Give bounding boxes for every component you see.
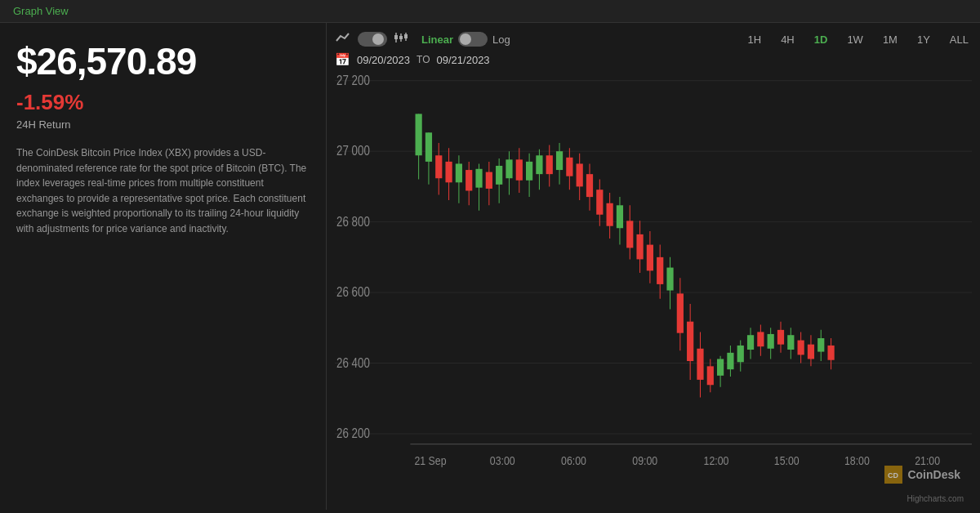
return-label: 24H Return [16, 118, 310, 131]
time-controls: 1H 4H 1D 1W 1M 1Y ALL [745, 32, 972, 47]
line-chart-icon[interactable] [335, 31, 353, 47]
svg-rect-53 [586, 174, 593, 197]
svg-rect-47 [556, 151, 563, 170]
svg-rect-33 [486, 172, 492, 189]
svg-text:18:00: 18:00 [844, 453, 870, 468]
coindesk-logo-text: CoinDesk [907, 468, 960, 481]
candlestick-chart-icon[interactable] [392, 31, 410, 47]
svg-rect-101 [827, 346, 834, 360]
index-description: The CoinDesk Bitcoin Price Index (XBX) p… [16, 145, 310, 237]
svg-rect-19 [416, 114, 422, 155]
svg-text:09:00: 09:00 [632, 453, 657, 468]
svg-rect-71 [677, 293, 684, 332]
svg-rect-75 [697, 349, 703, 380]
scale-toggle-container: Linear Log [421, 32, 510, 47]
chart-type-toggle[interactable] [358, 32, 387, 47]
time-btn-1h[interactable]: 1H [745, 32, 765, 47]
bitcoin-price: $26,570.89 [16, 39, 310, 83]
svg-rect-65 [647, 245, 653, 271]
calendar-icon[interactable]: 📅 [335, 52, 350, 67]
candlestick-chart-svg: 27 200 27 000 26 800 26 600 26 400 26 20… [335, 70, 972, 506]
svg-rect-37 [506, 159, 512, 178]
log-label: Log [492, 33, 510, 46]
left-panel: $26,570.89 -1.59% 24H Return The CoinDes… [0, 23, 327, 510]
svg-rect-95 [798, 341, 804, 355]
date-from: 09/20/2023 [357, 54, 410, 66]
svg-rect-31 [475, 169, 482, 188]
svg-rect-77 [707, 366, 714, 385]
svg-rect-85 [747, 335, 754, 350]
svg-text:15:00: 15:00 [774, 453, 800, 468]
left-controls: Linear Log [335, 31, 510, 47]
svg-rect-93 [787, 335, 794, 350]
svg-text:CD: CD [888, 471, 898, 480]
top-bar: Graph View [0, 0, 980, 23]
chart-area: 27 200 27 000 26 800 26 600 26 400 26 20… [335, 70, 972, 506]
svg-rect-49 [566, 158, 572, 176]
time-btn-4h[interactable]: 4H [777, 32, 798, 47]
scale-toggle[interactable] [458, 32, 488, 47]
svg-rect-55 [596, 190, 603, 215]
svg-rect-35 [496, 166, 502, 185]
svg-rect-97 [808, 345, 814, 359]
svg-rect-69 [666, 268, 673, 291]
svg-rect-99 [817, 338, 824, 352]
svg-text:21 Sep: 21 Sep [415, 453, 447, 468]
svg-rect-27 [456, 163, 462, 182]
right-panel: Linear Log 1H 4H 1D 1W 1M 1Y ALL 📅 [327, 23, 980, 510]
svg-rect-51 [577, 163, 583, 186]
svg-text:03:00: 03:00 [490, 453, 515, 468]
coindesk-logo-icon: CD [884, 466, 902, 484]
svg-rect-57 [607, 203, 613, 226]
svg-text:27 200: 27 200 [336, 72, 370, 87]
svg-text:26 400: 26 400 [336, 355, 370, 370]
date-range: 📅 09/20/2023 TO 09/21/2023 [335, 52, 972, 67]
main-container: $26,570.89 -1.59% 24H Return The CoinDes… [0, 23, 980, 510]
time-btn-1d[interactable]: 1D [811, 32, 831, 47]
time-btn-all[interactable]: ALL [947, 32, 972, 47]
svg-rect-39 [516, 159, 523, 180]
svg-rect-41 [526, 162, 532, 181]
svg-text:26 200: 26 200 [336, 426, 370, 441]
svg-text:27 000: 27 000 [336, 143, 370, 158]
chart-type-icons [335, 31, 410, 47]
svg-rect-29 [466, 170, 472, 190]
svg-text:26 800: 26 800 [336, 213, 370, 229]
graph-view-label: Graph View [13, 5, 69, 17]
svg-text:26 600: 26 600 [336, 284, 370, 300]
svg-rect-5 [404, 34, 408, 38]
svg-rect-63 [636, 234, 643, 260]
svg-rect-59 [617, 205, 623, 228]
svg-rect-83 [737, 346, 744, 362]
svg-rect-73 [687, 322, 693, 361]
linear-label: Linear [421, 33, 453, 46]
svg-text:06:00: 06:00 [561, 453, 586, 468]
svg-rect-79 [717, 359, 724, 375]
svg-rect-1 [394, 35, 398, 39]
to-label: TO [416, 54, 430, 65]
chart-controls: Linear Log 1H 4H 1D 1W 1M 1Y ALL [335, 31, 972, 47]
svg-rect-89 [768, 334, 774, 349]
svg-rect-81 [727, 353, 733, 369]
time-btn-1m[interactable]: 1M [880, 32, 901, 47]
svg-rect-23 [435, 155, 442, 178]
svg-text:12:00: 12:00 [704, 453, 729, 468]
svg-rect-43 [536, 155, 542, 174]
svg-rect-45 [546, 155, 553, 174]
svg-rect-61 [626, 221, 633, 248]
highcharts-credit: Highcharts.com [907, 494, 964, 503]
svg-rect-3 [399, 36, 403, 39]
time-btn-1y[interactable]: 1Y [914, 32, 933, 47]
date-to: 09/21/2023 [437, 54, 490, 66]
svg-rect-21 [425, 132, 432, 162]
return-percentage: -1.59% [16, 90, 310, 115]
time-btn-1w[interactable]: 1W [844, 32, 866, 47]
svg-rect-25 [445, 162, 452, 182]
svg-rect-67 [657, 257, 663, 284]
svg-rect-91 [777, 330, 784, 345]
svg-rect-87 [757, 332, 764, 346]
coindesk-logo: CD CoinDesk [884, 466, 960, 484]
